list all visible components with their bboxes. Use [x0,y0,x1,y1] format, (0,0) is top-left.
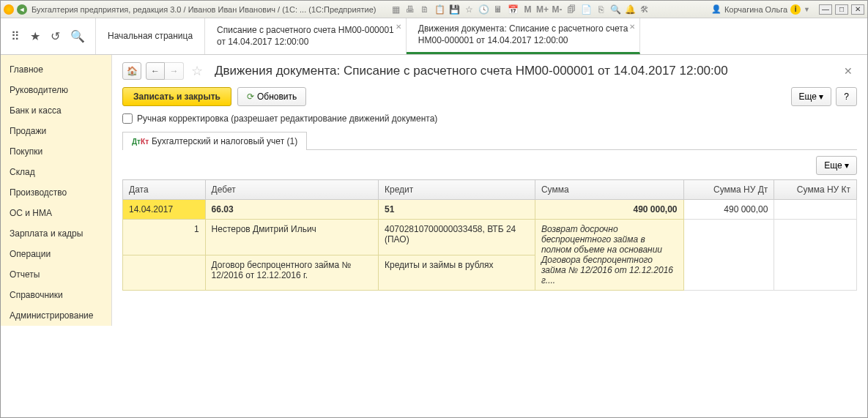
nav-tabs: Начальная страница Списание с расчетного… [96,18,867,54]
cell-num[interactable]: 1 [123,220,206,255]
grid-icon[interactable]: ▦ [390,4,401,15]
sidebar-item-references[interactable]: Справочники [1,285,111,305]
sidebar-item-assets[interactable]: ОС и НМА [1,203,111,223]
search-nav-icon[interactable]: 🔍 [70,29,85,43]
title-toolbar-icons: ▦ 🖶 🗎 📋 💾 ☆ 🕓 🖩 📅 M M+ M- 🗐 📄 ⎘ 🔍 🔔 🛠 [390,4,650,15]
paste-icon[interactable]: 📄 [581,4,591,15]
dropdown-icon[interactable]: ▼ [804,6,810,13]
tab-document-1[interactable]: Списание с расчетного счета НМ00-000001 … [205,18,407,54]
bell-icon[interactable]: 🔔 [625,4,635,15]
history-nav-icon[interactable]: ↺ [51,29,60,43]
save-icon[interactable]: 💾 [449,4,459,15]
sidebar-item-main[interactable]: Главное [1,59,111,80]
tab-document-2[interactable]: Движения документа: Списание с расчетног… [407,18,641,54]
refresh-icon: ⟳ [247,92,254,102]
user-icon: 👤 [711,4,722,14]
sidebar-item-admin[interactable]: Администрирование [1,305,111,326]
info-icon[interactable]: i [790,4,801,15]
forward-button[interactable]: → [165,62,184,80]
calc-icon[interactable]: 🖩 [493,4,503,15]
user-box[interactable]: 👤 Корчагина Ольга [711,4,787,14]
tab-close-icon[interactable]: ✕ [629,23,635,31]
apps-icon[interactable]: ⠿ [11,29,20,43]
m-minus-button[interactable]: M- [552,4,562,15]
table-more-button[interactable]: Еще ▾ [816,156,857,175]
entries-table: Дата Дебет Кредит Сумма Сумма НУ Дт Сумм… [122,179,857,291]
window-controls: — □ ✕ [819,4,864,15]
sidebar-item-reports[interactable]: Отчеты [1,264,111,285]
main-content: 🏠 ← → ☆ Движения документа: Списание с р… [112,55,867,326]
more-button[interactable]: Еще ▾ [791,87,832,106]
sidebar-item-sales[interactable]: Продажи [1,121,111,141]
cell-credit-detail2[interactable]: Кредиты и займы в рублях [379,255,535,291]
table-row[interactable]: 1 Нестеров Дмитрий Ильич 407028107000000… [123,220,857,255]
back-arrow-icon[interactable]: ◄ [17,4,27,15]
inner-toolbar: Еще ▾ [122,156,857,175]
calendar-icon[interactable]: 📅 [508,4,518,15]
link-icon[interactable]: ⎘ [596,4,606,15]
close-button[interactable]: ✕ [851,4,864,15]
search-icon[interactable]: 🔍 [610,4,620,15]
sidebar-item-purchases[interactable]: Покупки [1,141,111,162]
cell-debit-detail2[interactable]: Договор беспроцентного займа № 12/2016 о… [205,255,378,291]
cell-credit[interactable]: 51 [379,200,535,220]
app-logo-icon [4,4,14,15]
document-title: Движения документа: Списание с расчетног… [215,64,728,78]
clipboard-icon[interactable]: 📋 [434,4,445,15]
star-icon[interactable]: ☆ [464,4,474,15]
cell-debit[interactable]: 66.03 [205,200,378,220]
sidebar-item-manager[interactable]: Руководителю [1,80,111,100]
cell-sum-text[interactable]: Возврат досрочно беспроцентного займа в … [535,220,683,291]
history-icon[interactable]: 🕓 [478,4,489,15]
cell-sum-nu-dt-empty[interactable] [683,220,774,291]
doc-icon[interactable]: 🗎 [420,4,430,15]
sidebar-item-warehouse[interactable]: Склад [1,162,111,182]
app-title: Бухгалтерия предприятия, редакция 3.0 / … [31,5,376,14]
accounting-tab[interactable]: ДтКт Бухгалтерский и налоговый учет (1) [122,132,307,150]
cell-empty[interactable] [123,255,206,291]
col-sum-nu-kt[interactable]: Сумма НУ Кт [774,180,857,200]
cell-date[interactable]: 14.04.2017 [123,200,206,220]
cell-credit-detail[interactable]: 40702810700000033458, ВТБ 24 (ПАО) [379,220,535,255]
favorite-icon[interactable]: ★ [30,29,40,43]
cell-sum[interactable]: 490 000,00 [535,200,683,220]
favorite-toggle-icon[interactable]: ☆ [191,63,203,79]
m-button[interactable]: M [522,4,533,15]
col-debit[interactable]: Дебет [205,180,378,200]
tab-home[interactable]: Начальная страница [96,18,205,54]
document-header: 🏠 ← → ☆ Движения документа: Списание с р… [122,62,857,80]
cell-sum-nu-dt[interactable]: 490 000,00 [683,200,774,220]
tab-close-icon[interactable]: ✕ [396,23,401,31]
col-date[interactable]: Дата [123,180,206,200]
nav-row: ⠿ ★ ↺ 🔍 Начальная страница Списание с ра… [1,18,867,55]
manual-edit-checkbox[interactable] [122,113,133,124]
sidebar-item-operations[interactable]: Операции [1,244,111,264]
maximize-button[interactable]: □ [835,4,848,15]
tools-icon[interactable]: 🛠 [639,4,650,15]
help-button[interactable]: ? [836,87,857,106]
cell-sum-nu-kt[interactable] [774,200,857,220]
save-close-button[interactable]: Записать и закрыть [122,87,231,106]
user-name: Корчагина Ольга [724,5,787,14]
cell-sum-nu-kt-empty[interactable] [774,220,857,291]
manual-edit-label: Ручная корректировка (разрешает редактир… [137,113,437,124]
col-sum-nu-dt[interactable]: Сумма НУ Дт [683,180,774,200]
cell-debit-detail[interactable]: Нестеров Дмитрий Ильич [205,220,378,255]
col-sum[interactable]: Сумма [535,180,683,200]
toolbar: Записать и закрыть ⟳ Обновить Еще ▾ ? [122,87,857,106]
copy-icon[interactable]: 🗐 [566,4,576,15]
inner-tabs: ДтКт Бухгалтерский и налоговый учет (1) [122,131,857,150]
sidebar-item-bank[interactable]: Банк и касса [1,100,111,121]
print-icon[interactable]: 🖶 [405,4,415,15]
back-button[interactable]: ← [146,62,165,80]
dt-kt-icon: ДтКт [132,138,149,146]
m-plus-button[interactable]: M+ [537,4,547,15]
minimize-button[interactable]: — [819,4,832,15]
document-close-icon[interactable]: ✕ [839,65,857,77]
table-row[interactable]: 14.04.2017 66.03 51 490 000,00 490 000,0… [123,200,857,220]
home-button[interactable]: 🏠 [122,62,141,80]
refresh-button[interactable]: ⟳ Обновить [237,87,306,106]
sidebar-item-production[interactable]: Производство [1,182,111,203]
col-credit[interactable]: Кредит [379,180,535,200]
sidebar-item-salary[interactable]: Зарплата и кадры [1,223,111,244]
